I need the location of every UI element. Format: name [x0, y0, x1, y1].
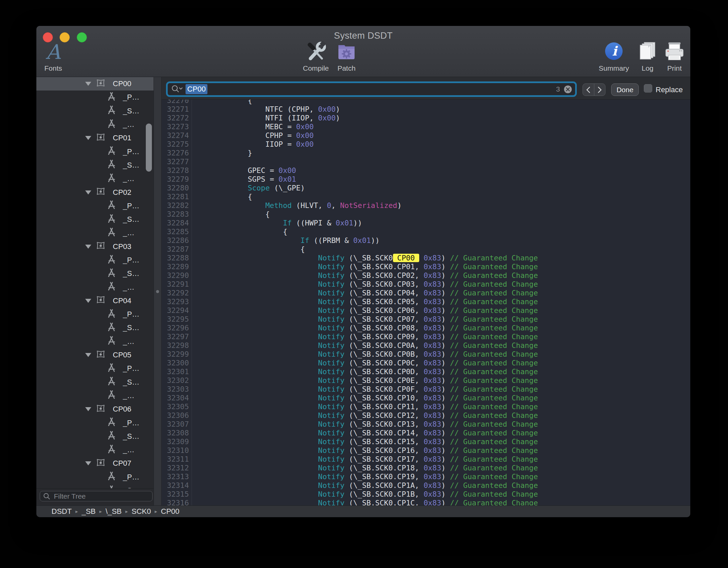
- tree-child-item[interactable]: _S…: [36, 213, 154, 226]
- find-input[interactable]: CP00 3: [166, 81, 577, 97]
- code-line[interactable]: 32288 Notify (\_SB.SCK0CP00 0x83) // Gua…: [162, 254, 690, 262]
- code-line[interactable]: 32276 }: [162, 149, 690, 157]
- code-line[interactable]: 32279 SGPS = 0x01: [162, 175, 690, 184]
- fonts-toolbar-button[interactable]: A Fonts: [36, 41, 72, 72]
- code-line[interactable]: 32308 Notify (\_SB.SCK0.CP14, 0x83) // G…: [162, 429, 690, 437]
- breadcrumb-item-SB[interactable]: _SB: [81, 507, 96, 516]
- code-line[interactable]: 32273 MEBC = 0x00: [162, 122, 690, 131]
- code-line[interactable]: 32296 Notify (\_SB.SCK0.CP08, 0x83) // G…: [162, 324, 690, 332]
- tree-item-CP01[interactable]: CP01: [36, 131, 154, 145]
- patch-toolbar-button[interactable]: Patch: [328, 41, 365, 72]
- tree-child-item[interactable]: _…: [36, 389, 154, 402]
- tree-child-item[interactable]: _P…: [36, 308, 154, 321]
- code-line[interactable]: 32312 Notify (\_SB.SCK0.CP18, 0x83) // G…: [162, 464, 690, 472]
- filter-tree-input[interactable]: Filter Tree: [40, 491, 153, 501]
- disclosure-triangle-icon[interactable]: [85, 353, 91, 357]
- tree-child-item[interactable]: _S…: [36, 484, 154, 488]
- code-line[interactable]: 32271 NTFC (CPHP, 0x00): [162, 105, 690, 114]
- code-line[interactable]: 32291 Notify (\_SB.SCK0.CP03, 0x83) // G…: [162, 280, 690, 289]
- code-line[interactable]: 32297 Notify (\_SB.SCK0.CP09, 0x83) // G…: [162, 332, 690, 341]
- code-line[interactable]: 32310 Notify (\_SB.SCK0.CP16, 0x83) // G…: [162, 446, 690, 455]
- code-line[interactable]: 32284 If ((HWPI & 0x01)): [162, 219, 690, 227]
- disclosure-triangle-icon[interactable]: [85, 190, 91, 194]
- tree-child-item[interactable]: _S…: [36, 430, 154, 443]
- replace-checkbox[interactable]: [644, 84, 652, 93]
- code-line[interactable]: 32272 NTFI (IIOP, 0x00): [162, 114, 690, 122]
- code-line[interactable]: 32270 {: [162, 100, 690, 105]
- code-line[interactable]: 32294 Notify (\_SB.SCK0.CP06, 0x83) // G…: [162, 306, 690, 315]
- code-line[interactable]: 32281 {: [162, 192, 690, 201]
- dsdt-tree[interactable]: CP00_P…_S…_…CP01_P…_S…_…CP02_P…_S…_…CP03…: [36, 77, 154, 488]
- tree-child-item[interactable]: _S…: [36, 104, 154, 118]
- tree-item-CP04[interactable]: CP04: [36, 294, 154, 308]
- tree-child-item[interactable]: _…: [36, 118, 154, 131]
- tree-child-item[interactable]: _…: [36, 172, 154, 185]
- tree-child-item[interactable]: _S…: [36, 321, 154, 334]
- code-line[interactable]: 32292 Notify (\_SB.SCK0.CP04, 0x83) // G…: [162, 289, 690, 297]
- code-line[interactable]: 32298 Notify (\_SB.SCK0.CP0A, 0x83) // G…: [162, 341, 690, 350]
- code-line[interactable]: 32289 Notify (\_SB.SCK0.CP01, 0x83) // G…: [162, 262, 690, 271]
- code-line[interactable]: 32299 Notify (\_SB.SCK0.CP0B, 0x83) // G…: [162, 350, 690, 359]
- print-toolbar-button[interactable]: Print: [656, 41, 690, 72]
- code-line[interactable]: 32303 Notify (\_SB.SCK0.CP0F, 0x83) // G…: [162, 385, 690, 394]
- tree-child-item[interactable]: _S…: [36, 376, 154, 389]
- clear-search-button[interactable]: [564, 85, 572, 93]
- disclosure-triangle-icon[interactable]: [85, 82, 91, 86]
- breadcrumb-item-CP00[interactable]: CP00: [161, 507, 179, 516]
- disclosure-triangle-icon[interactable]: [85, 245, 91, 249]
- code-line[interactable]: 32316 Notify (\_SB.SCK0.CP1C, 0x83) // G…: [162, 499, 690, 505]
- code-line[interactable]: 32304 Notify (\_SB.SCK0.CP10, 0x83) // G…: [162, 394, 690, 402]
- code-line[interactable]: 32315 Notify (\_SB.SCK0.CP1B, 0x83) // G…: [162, 490, 690, 499]
- tree-child-item[interactable]: _P…: [36, 253, 154, 267]
- code-line[interactable]: 32300 Notify (\_SB.SCK0.CP0C, 0x83) // G…: [162, 359, 690, 367]
- done-button[interactable]: Done: [611, 83, 639, 96]
- tree-child-item[interactable]: _…: [36, 335, 154, 348]
- code-line[interactable]: 32311 Notify (\_SB.SCK0.CP17, 0x83) // G…: [162, 455, 690, 464]
- code-line[interactable]: 32286 If ((PRBM & 0x01)): [162, 236, 690, 245]
- breadcrumb-item-SCK0[interactable]: SCK0: [132, 507, 151, 516]
- tree-child-item[interactable]: _P…: [36, 470, 154, 484]
- tree-child-item[interactable]: _P…: [36, 199, 154, 213]
- tree-child-item[interactable]: _P…: [36, 416, 154, 429]
- code-line[interactable]: 32274 CPHP = 0x00: [162, 131, 690, 140]
- code-line[interactable]: 32309 Notify (\_SB.SCK0.CP15, 0x83) // G…: [162, 437, 690, 446]
- previous-match-button[interactable]: [583, 84, 594, 96]
- tree-child-item[interactable]: _S…: [36, 267, 154, 280]
- disclosure-triangle-icon[interactable]: [85, 299, 91, 303]
- tree-child-item[interactable]: _…: [36, 226, 154, 240]
- code-line[interactable]: 32302 Notify (\_SB.SCK0.CP0E, 0x83) // G…: [162, 376, 690, 385]
- tree-child-item[interactable]: _P…: [36, 362, 154, 375]
- tree-item-CP07[interactable]: CP07: [36, 457, 154, 470]
- code-line[interactable]: 32278 GPEC = 0x00: [162, 166, 690, 175]
- code-line[interactable]: 32283 {: [162, 210, 690, 219]
- breadcrumb-item-SB[interactable]: \_SB: [106, 507, 122, 516]
- tree-child-item[interactable]: _P…: [36, 145, 154, 158]
- code-line[interactable]: 32290 Notify (\_SB.SCK0.CP02, 0x83) // G…: [162, 271, 690, 280]
- tree-item-CP00[interactable]: CP00: [36, 77, 154, 91]
- code-line[interactable]: 32282 Method (HLVT, 0, NotSerialized): [162, 201, 690, 210]
- code-line[interactable]: 32280 Scope (\_GPE): [162, 184, 690, 192]
- next-match-button[interactable]: [594, 84, 605, 96]
- code-line[interactable]: 32277: [162, 157, 690, 166]
- sidebar-scrollbar[interactable]: [146, 123, 152, 172]
- tree-item-CP03[interactable]: CP03: [36, 240, 154, 253]
- tree-item-CP05[interactable]: CP05: [36, 348, 154, 362]
- split-divider[interactable]: [154, 77, 162, 505]
- code-editor[interactable]: 32270 {32271 NTFC (CPHP, 0x00)32272 NTFI…: [162, 100, 690, 505]
- code-line[interactable]: 32295 Notify (\_SB.SCK0.CP07, 0x83) // G…: [162, 315, 690, 324]
- code-line[interactable]: 32306 Notify (\_SB.SCK0.CP12, 0x83) // G…: [162, 411, 690, 420]
- disclosure-triangle-icon[interactable]: [85, 461, 91, 465]
- disclosure-triangle-icon[interactable]: [85, 407, 91, 411]
- tree-child-item[interactable]: _…: [36, 280, 154, 294]
- tree-child-item[interactable]: _S…: [36, 158, 154, 172]
- code-line[interactable]: 32285 {: [162, 227, 690, 236]
- search-options-icon[interactable]: [171, 85, 183, 94]
- code-line[interactable]: 32275 IIOP = 0x00: [162, 140, 690, 149]
- breadcrumb-item-DSDT[interactable]: DSDT: [52, 507, 72, 516]
- tree-item-CP06[interactable]: CP06: [36, 402, 154, 416]
- tree-child-item[interactable]: _…: [36, 443, 154, 457]
- tree-child-item[interactable]: _P…: [36, 91, 154, 104]
- code-line[interactable]: 32293 Notify (\_SB.SCK0.CP05, 0x83) // G…: [162, 297, 690, 306]
- tree-item-CP02[interactable]: CP02: [36, 185, 154, 199]
- disclosure-triangle-icon[interactable]: [85, 136, 91, 140]
